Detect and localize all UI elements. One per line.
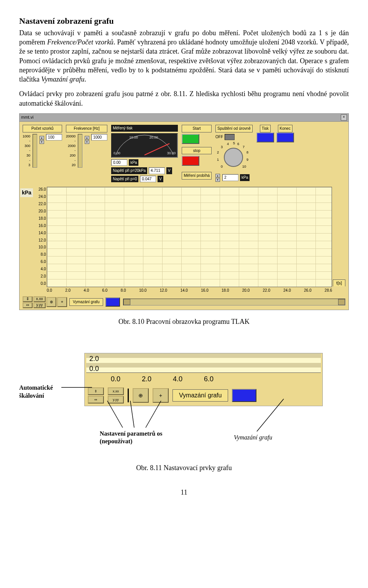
zoom-button[interactable]: ⊕ xyxy=(46,297,56,307)
chart-plot-area xyxy=(47,187,332,287)
measuring-status: Měření probíhá xyxy=(182,172,212,180)
frag-clear-label: Vymazání grafu xyxy=(172,389,228,402)
program-window: mmt.vi × Počet vzorků 1000 - 300 - 30 - … xyxy=(19,113,349,310)
frag-format-x[interactable]: x.xx xyxy=(108,387,124,395)
page-number: 11 xyxy=(19,488,349,497)
annot-autoscale: Automatické škálování xyxy=(19,384,65,400)
trigger-label: Spuštění od úrovně xyxy=(215,125,253,132)
print-button[interactable] xyxy=(256,132,274,142)
chart-y-unit: kPa xyxy=(20,188,33,197)
figure-caption-1: Obr. 8.10 Pracovní obrazovka programu TL… xyxy=(19,317,349,326)
frag-format-y[interactable]: y.yy xyxy=(108,396,124,403)
voltage20-label: Napětí při p=20kPa xyxy=(111,167,147,174)
clear-button[interactable] xyxy=(105,297,120,307)
pan-button[interactable]: + xyxy=(57,297,67,307)
frag-plot-area xyxy=(86,353,321,373)
format-x-button[interactable]: x.xx xyxy=(33,296,46,302)
autoscale-x-button[interactable]: ⇔ xyxy=(23,302,33,308)
start-button[interactable] xyxy=(182,134,199,144)
chart-x-unit: t[s] xyxy=(333,279,345,286)
window-titlebar: mmt.vi × xyxy=(20,114,348,122)
pressure-gauge: 0.00 10.00 20.00 30.00 xyxy=(111,133,178,158)
pressure-label: Měřený tlak xyxy=(111,125,178,132)
paragraph-2: Ovládací prvky pro zobrazení grafu jsou … xyxy=(19,89,349,108)
chart-scrollbar[interactable] xyxy=(123,299,345,305)
annot-params-b: (nepoužívat) xyxy=(100,437,132,446)
samples-label: Počet vzorků xyxy=(23,125,62,132)
pressure-unit: kPa xyxy=(129,159,138,166)
knob-value[interactable]: 2 xyxy=(222,174,238,181)
frag-x-ticks: 0.02.0 4.06.0 xyxy=(108,373,322,385)
end-label: Konec xyxy=(278,125,292,132)
print-label: Tisk xyxy=(260,125,271,132)
stop-label: stop xyxy=(182,147,212,155)
frag-autoscale-x[interactable]: ⇔ xyxy=(88,396,104,403)
end-button[interactable] xyxy=(276,132,294,142)
level-knob[interactable]: 0 1 2 3 4 5 6 7 8 9 10 xyxy=(215,142,250,172)
frag-zoom[interactable]: ⊕ xyxy=(133,388,149,403)
annot-clear: Vymazání grafu xyxy=(234,433,272,442)
freq-value[interactable]: 1000 xyxy=(91,134,107,141)
svg-line-0 xyxy=(145,144,169,155)
freq-spinner[interactable]: ▴▾ xyxy=(85,136,89,144)
off-switch[interactable] xyxy=(225,134,235,140)
stop-button[interactable] xyxy=(182,156,199,166)
pressure-readout: 0.00 xyxy=(111,159,127,166)
frag-autoscale-y[interactable]: ⇕ xyxy=(88,387,104,395)
samples-spinner[interactable]: ▴▾ xyxy=(39,136,44,144)
annot-params-a: Nastavení parametrů os xyxy=(100,430,163,438)
chart-x-ticks: 0.02.0 4.06.0 8.010.0 12.014.0 16.018.0 … xyxy=(47,287,332,293)
figure-caption-2: Obr. 8.11 Nastavovací prvky grafu xyxy=(19,463,349,472)
samples-scale: 1000 - 300 - 30 - 3 xyxy=(23,134,30,168)
off-label: OFF xyxy=(215,134,223,140)
frag-pan[interactable]: + xyxy=(153,388,169,403)
voltage0-value[interactable]: 0.047 xyxy=(140,176,156,183)
freq-label: Frekvence [Hz] xyxy=(66,125,107,132)
clear-label: Vymazání grafu xyxy=(69,298,103,306)
autoscale-y-button[interactable]: ⇕ xyxy=(23,296,33,302)
freq-scale: 20000 - 2000 - 200 - 20 xyxy=(66,134,76,168)
paragraph-1: Data se uchovávají v paměti a současně z… xyxy=(19,28,349,84)
section-heading: Nastavení zobrazení grafu xyxy=(19,15,349,27)
window-title: mmt.vi xyxy=(21,114,33,121)
close-icon[interactable]: × xyxy=(341,114,347,121)
frag-clear-button[interactable] xyxy=(232,389,256,402)
start-label: Start xyxy=(182,125,212,132)
chart-y-ticks: 26.024.0 22.020.0 18.016.0 14.012.0 10.0… xyxy=(33,187,46,286)
freq-slider[interactable] xyxy=(78,134,82,168)
knob-spinner[interactable]: ▴▾ xyxy=(215,174,220,182)
format-y-button[interactable]: y.yy xyxy=(33,302,46,308)
samples-slider[interactable] xyxy=(33,134,37,168)
voltage20-value[interactable]: 4.711 xyxy=(149,167,165,174)
voltage0-label: Napětí při p=0 xyxy=(111,176,138,183)
samples-value[interactable]: 100 xyxy=(46,134,62,141)
